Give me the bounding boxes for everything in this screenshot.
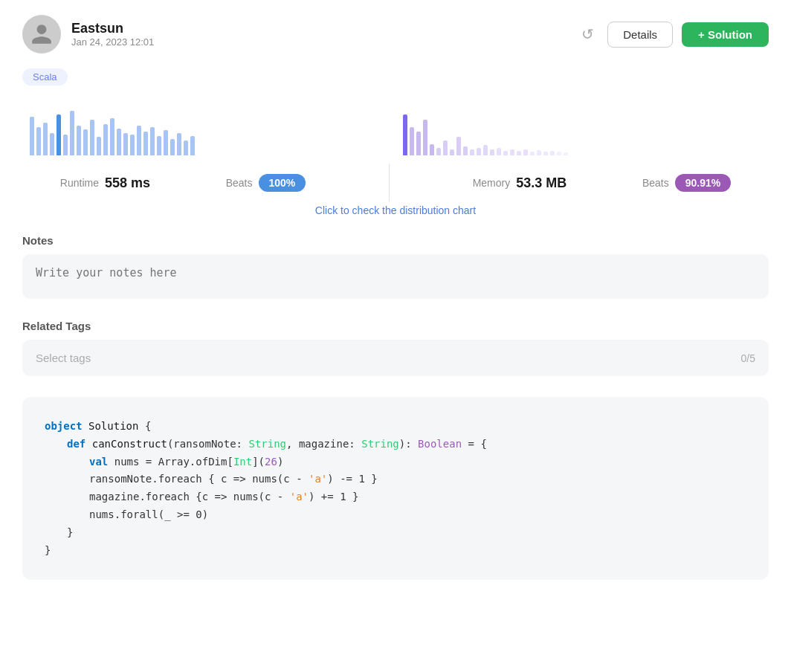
code-line-2: def canConstruct(ransomNote: String, mag… — [45, 436, 746, 453]
tags-count: 0/5 — [741, 352, 755, 364]
user-date: Jan 24, 2023 12:01 — [71, 36, 154, 48]
beats-runtime-badge: 100% — [259, 174, 306, 192]
beats-memory-label: Beats — [642, 177, 669, 189]
tags-placeholder: Select tags — [36, 352, 91, 364]
tags-section-title: Related Tags — [22, 320, 769, 332]
code-line-1: object Solution { — [45, 418, 746, 436]
stats-divider — [389, 164, 390, 201]
code-line-4: ransomNote.foreach { c => nums(c - 'a') … — [45, 471, 746, 488]
language-tag: Scala — [22, 68, 68, 85]
stats-row: Runtime 558 ms Beats 100% Memory 53.3 MB… — [22, 164, 769, 201]
avatar — [22, 15, 61, 54]
beats-runtime-stat: Beats 100% — [226, 174, 306, 192]
code-line-5: magazine.foreach {c => nums(c - 'a') += … — [45, 488, 746, 506]
beats-memory-badge: 90.91% — [675, 174, 731, 192]
header: Eastsun Jan 24, 2023 12:01 ↺ Details + S… — [22, 15, 769, 54]
refresh-button[interactable]: ↺ — [577, 21, 598, 48]
code-block: object Solution { def canConstruct(ranso… — [22, 397, 769, 580]
beats-memory-stat: Beats 90.91% — [642, 174, 731, 192]
details-button[interactable]: Details — [607, 22, 673, 48]
add-solution-button[interactable]: + Solution — [682, 22, 769, 47]
user-name: Eastsun — [71, 21, 154, 36]
code-line-8: } — [45, 542, 746, 560]
user-info: Eastsun Jan 24, 2023 12:01 — [71, 21, 154, 48]
beats-runtime-label: Beats — [226, 177, 253, 189]
memory-value: 53.3 MB — [516, 175, 566, 191]
code-line-3: val nums = Array.ofDim[Int](26) — [45, 453, 746, 471]
charts-row — [22, 103, 769, 155]
notes-section-title: Notes — [22, 234, 769, 247]
code-line-7: } — [45, 524, 746, 542]
code-line-6: nums.forall(_ >= 0) — [45, 506, 746, 524]
runtime-label: Runtime — [60, 177, 99, 189]
runtime-chart — [22, 103, 396, 155]
memory-stat: Memory 53.3 MB — [473, 175, 567, 191]
runtime-value: 558 ms — [105, 175, 150, 191]
header-right: ↺ Details + Solution — [577, 21, 769, 48]
tags-select[interactable]: Select tags 0/5 — [22, 340, 769, 376]
header-left: Eastsun Jan 24, 2023 12:01 — [22, 15, 154, 54]
runtime-stat: Runtime 558 ms — [60, 175, 150, 191]
memory-chart — [396, 103, 769, 155]
stats-section: Runtime 558 ms Beats 100% Memory 53.3 MB… — [22, 103, 769, 216]
notes-input[interactable] — [22, 254, 769, 299]
distribution-link[interactable]: Click to check the distribution chart — [315, 204, 476, 216]
memory-label: Memory — [473, 177, 511, 189]
